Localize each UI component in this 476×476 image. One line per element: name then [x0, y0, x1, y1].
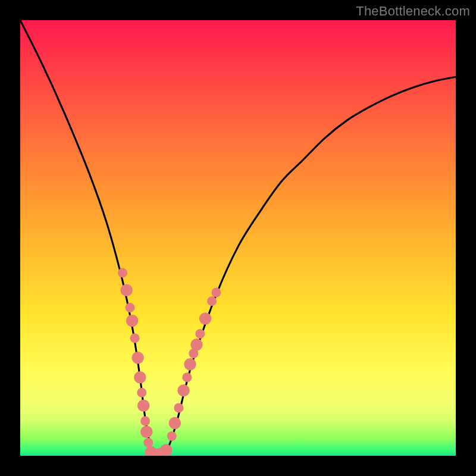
data-marker: [137, 400, 150, 412]
data-marker: [118, 268, 127, 278]
plot-area: [20, 20, 456, 456]
data-marker: [167, 431, 177, 441]
data-marker: [125, 303, 134, 312]
data-marker: [143, 438, 153, 447]
data-marker: [120, 284, 133, 297]
watermark-text: TheBottleneck.com: [356, 4, 470, 19]
chart-frame: TheBottleneck.com: [0, 0, 476, 476]
data-marker: [169, 417, 181, 430]
data-marker: [134, 371, 146, 384]
curve-markers: [118, 268, 221, 456]
data-marker: [182, 372, 192, 382]
data-marker: [140, 416, 150, 425]
data-marker: [177, 384, 190, 397]
data-marker: [131, 352, 144, 364]
data-marker: [199, 312, 212, 325]
data-marker: [211, 287, 221, 297]
data-marker: [184, 358, 196, 371]
data-marker: [160, 444, 173, 456]
data-marker: [190, 339, 203, 351]
data-marker: [137, 388, 146, 397]
data-marker: [195, 329, 205, 339]
data-marker: [207, 296, 217, 306]
data-marker: [130, 333, 139, 343]
marker-svg: [20, 20, 456, 456]
data-marker: [126, 315, 139, 327]
data-marker: [140, 425, 153, 438]
data-marker: [174, 403, 183, 412]
